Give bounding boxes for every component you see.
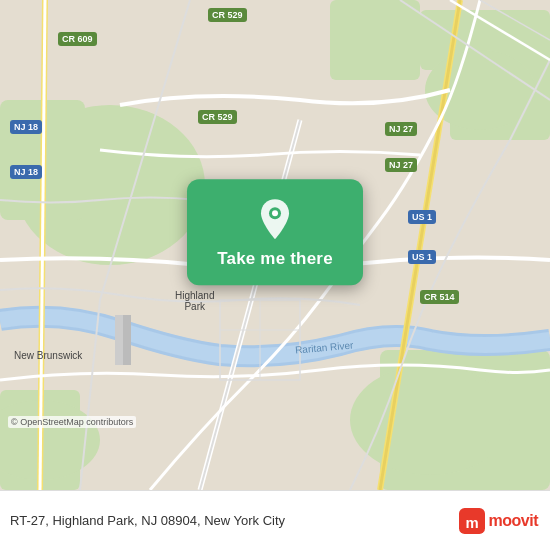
bottom-bar: RT-27, Highland Park, NJ 08904, New York… — [0, 490, 550, 550]
route-label-nj18-2: NJ 18 — [10, 165, 42, 179]
svg-point-14 — [272, 210, 278, 216]
route-label-nj27-2: NJ 27 — [385, 158, 417, 172]
svg-rect-3 — [330, 0, 420, 80]
route-label-cr514: CR 514 — [420, 290, 459, 304]
map-container: CR 529 CR 609 NJ 18 NJ 18 CR 529 NJ 27 N… — [0, 0, 550, 490]
route-label-nj18-1: NJ 18 — [10, 120, 42, 134]
location-text: RT-27, Highland Park, NJ 08904, New York… — [10, 513, 285, 528]
route-label-cr609: CR 609 — [58, 32, 97, 46]
popup-card: Take me there — [187, 179, 363, 285]
route-label-us1-1: US 1 — [408, 210, 436, 224]
moovit-logo: m moovit — [459, 508, 538, 534]
take-me-there-button[interactable]: Take me there — [217, 249, 333, 269]
popup-pin-icon — [215, 197, 335, 241]
route-label-cr529-mid: CR 529 — [198, 110, 237, 124]
svg-rect-11 — [115, 315, 123, 365]
svg-point-8 — [350, 365, 510, 475]
svg-text:m: m — [465, 514, 478, 530]
moovit-text: moovit — [489, 512, 538, 530]
route-label-us1-2: US 1 — [408, 250, 436, 264]
svg-rect-12 — [123, 315, 131, 365]
route-label-cr529-top: CR 529 — [208, 8, 247, 22]
moovit-icon: m — [459, 508, 485, 534]
route-label-nj27-1: NJ 27 — [385, 122, 417, 136]
map-attribution: © OpenStreetMap contributors — [8, 416, 136, 428]
